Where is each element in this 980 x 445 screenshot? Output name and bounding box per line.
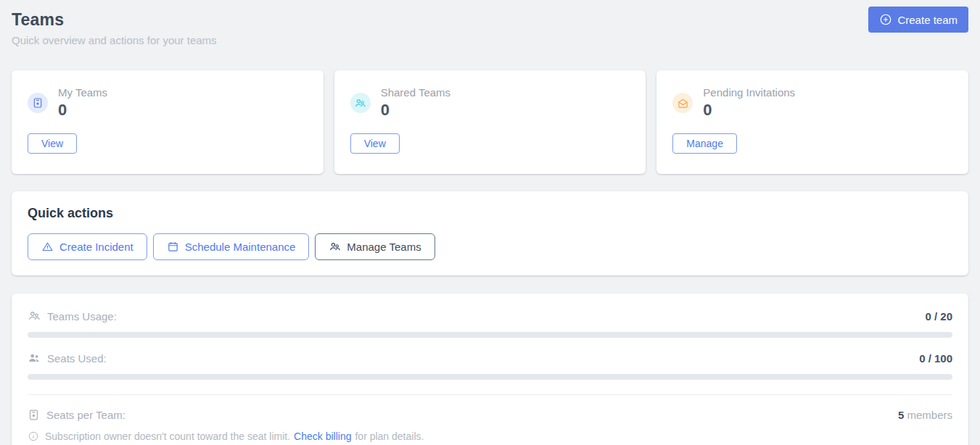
seats-per-team-row: Seats per Team: 5 members [28, 409, 952, 421]
stat-cards-row: My Teams 0 View Shared Teams [12, 70, 968, 174]
check-billing-link[interactable]: Check billing [294, 431, 351, 442]
create-incident-button[interactable]: Create Incident [28, 233, 147, 260]
seat-limit-note: Subscription owner doesn't count toward … [28, 431, 952, 442]
seats-used-progress [28, 374, 952, 380]
stat-label: Shared Teams [381, 86, 450, 99]
divider [28, 394, 952, 395]
stat-value: 0 [381, 101, 450, 120]
info-icon [28, 431, 39, 442]
note-text-before: Subscription owner doesn't count toward … [45, 431, 290, 442]
seats-per-team-unit: members [907, 409, 952, 421]
stat-value: 0 [703, 101, 795, 120]
teams-page: Teams Quick overview and actions for you… [0, 0, 980, 445]
create-team-button[interactable]: Create team [868, 7, 968, 33]
stat-card-shared-teams: Shared Teams 0 View [334, 70, 646, 174]
plus-circle-icon [879, 13, 892, 26]
seats-used-label: Seats Used: [47, 352, 107, 365]
open-envelope-icon [672, 93, 693, 113]
contact-badge-icon [28, 409, 40, 421]
stat-label: My Teams [58, 86, 107, 99]
teams-usage-progress [28, 332, 952, 338]
seats-used-row: Seats Used: 0 / 100 [28, 352, 952, 365]
quick-actions-card: Quick actions Create Incident [12, 191, 968, 275]
quick-actions-title: Quick actions [28, 206, 952, 221]
page-header: Teams Quick overview and actions for you… [12, 10, 968, 46]
seats-used-value: 0 / 100 [919, 352, 952, 365]
group-outline-icon [28, 309, 41, 323]
shared-teams-view-button[interactable]: View [350, 133, 400, 154]
warning-triangle-icon [41, 241, 54, 253]
page-title: Teams [12, 10, 968, 30]
usage-card: Teams Usage: 0 / 20 Seats Used: 0 / 100 [12, 294, 968, 445]
stat-value: 0 [58, 101, 107, 120]
group-icon [329, 241, 341, 253]
schedule-maintenance-label: Schedule Maintenance [185, 241, 296, 253]
create-incident-label: Create Incident [59, 241, 133, 253]
teams-usage-label: Teams Usage: [47, 310, 117, 323]
calendar-icon [167, 241, 179, 253]
stat-card-pending-invitations: Pending Invitations 0 Manage [656, 70, 968, 174]
seats-per-team-value: 5 members [898, 409, 952, 421]
teams-usage-row: Teams Usage: 0 / 20 [28, 309, 952, 323]
people-filled-icon [28, 352, 41, 365]
pending-invitations-manage-button[interactable]: Manage [672, 133, 737, 154]
create-team-label: Create team [897, 14, 958, 26]
teams-usage-value: 0 / 20 [925, 310, 952, 323]
page-subtitle: Quick overview and actions for your team… [12, 34, 968, 46]
manage-teams-label: Manage Teams [347, 241, 421, 253]
my-teams-view-button[interactable]: View [28, 133, 77, 154]
schedule-maintenance-button[interactable]: Schedule Maintenance [153, 233, 310, 260]
group-icon [350, 93, 371, 113]
note-text-after: for plan details. [355, 431, 424, 442]
stat-card-my-teams: My Teams 0 View [12, 70, 324, 174]
manage-teams-button[interactable]: Manage Teams [315, 233, 435, 260]
contact-badge-icon [28, 93, 48, 113]
stat-label: Pending Invitations [703, 86, 795, 99]
seats-per-team-label: Seats per Team: [46, 409, 125, 421]
